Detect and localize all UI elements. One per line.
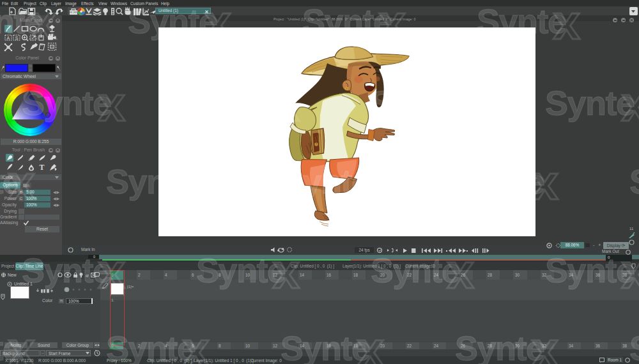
svg-text:T: T xyxy=(40,163,45,171)
svg-text:A: A xyxy=(6,36,10,40)
svg-text:α: α xyxy=(86,272,89,278)
svg-text:S: S xyxy=(15,36,19,40)
